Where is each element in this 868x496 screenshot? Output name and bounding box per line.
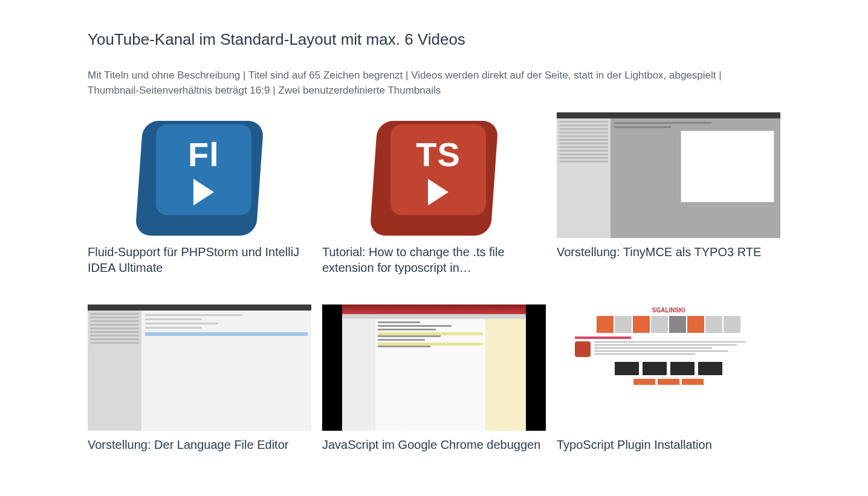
video-card[interactable]: JavaScript im Google Chrome debuggen — [322, 304, 546, 452]
video-grid: Fl Fluid-Support für PHPStorm und Intell… — [88, 112, 780, 452]
video-card[interactable]: TS Tutorial: How to change the .ts file … — [322, 112, 546, 275]
video-card[interactable]: Vorstellung: Der Language File Editor — [88, 304, 311, 452]
video-thumbnail[interactable] — [88, 304, 311, 430]
video-thumbnail[interactable]: TS — [322, 112, 546, 238]
video-thumbnail[interactable]: SGALINSKI — [557, 304, 780, 430]
video-card[interactable]: Vorstellung: TinyMCE als TYPO3 RTE — [557, 112, 780, 275]
play-icon — [428, 179, 449, 205]
video-card[interactable]: SGALINSKI — [557, 304, 780, 452]
keycap-label: Fl — [188, 135, 219, 174]
section-heading: YouTube-Kanal im Standard-Layout mit max… — [88, 30, 780, 49]
video-title: Fluid-Support für PHPStorm und IntelliJ … — [88, 244, 311, 275]
video-title: Tutorial: How to change the .ts file ext… — [322, 244, 546, 275]
video-title: TypoScript Plugin Installation — [557, 437, 780, 453]
section-subheading: Mit Titeln und ohne Beschreibung | Titel… — [88, 68, 740, 98]
keycap-label: TS — [416, 135, 461, 174]
video-card[interactable]: Fl Fluid-Support für PHPStorm und Intell… — [88, 112, 311, 275]
brand-label: SGALINSKI — [557, 304, 780, 316]
video-thumbnail[interactable] — [322, 304, 546, 430]
play-icon — [193, 179, 214, 205]
video-title: Vorstellung: TinyMCE als TYPO3 RTE — [557, 244, 780, 260]
video-thumbnail[interactable]: Fl — [88, 112, 311, 238]
video-title: Vorstellung: Der Language File Editor — [88, 437, 311, 453]
video-title: JavaScript im Google Chrome debuggen — [322, 437, 546, 453]
video-thumbnail[interactable] — [557, 112, 780, 238]
